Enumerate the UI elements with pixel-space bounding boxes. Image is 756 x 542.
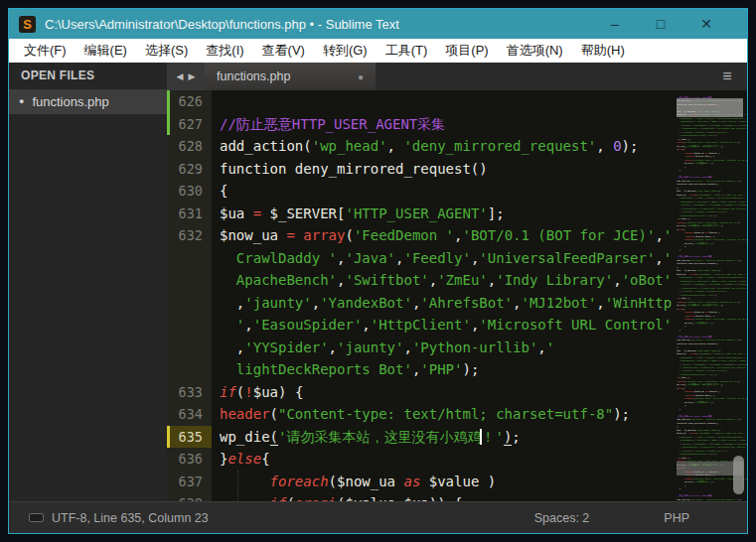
menu-bar: 文件(F)编辑(E)选择(S)查找(I)查看(V)转到(G)工具(T)项目(P)…	[9, 39, 747, 63]
code-line[interactable]: 636}else{	[167, 448, 673, 471]
status-position: UTF-8, Line 635, Column 23	[52, 511, 534, 525]
code-line[interactable]: ','EasouSpider','HttpClient','Microsoft …	[167, 314, 673, 337]
line-number[interactable]	[167, 292, 212, 315]
code-line[interactable]: ,'jaunty','YandexBot','AhrefsBot','MJ12b…	[167, 292, 673, 315]
tab-forward-icon[interactable]: ▶	[189, 71, 196, 81]
code-text[interactable]: header("Content-type: text/html; charset…	[212, 403, 630, 426]
menu-item[interactable]: 编辑(E)	[76, 39, 136, 63]
maximize-button[interactable]: □	[638, 9, 683, 39]
code-line[interactable]: 626	[167, 90, 673, 113]
line-number[interactable]: 630	[167, 180, 212, 203]
line-number[interactable]: 627	[167, 113, 212, 136]
line-number[interactable]: 626	[167, 90, 212, 113]
code-text[interactable]: wp_die('请勿采集本站，这里没有小鸡鸡！');	[212, 426, 521, 449]
code-text[interactable]	[212, 90, 220, 113]
line-number[interactable]	[167, 358, 212, 381]
code-line[interactable]: lightDeckReports Bot','PHP');	[167, 358, 673, 381]
code-line[interactable]: 638 if(eregi($value,$ua)) {	[167, 492, 673, 501]
line-number[interactable]: 636	[167, 448, 212, 471]
code-text[interactable]: }else{	[212, 448, 270, 471]
code-line[interactable]: ,'YYSpider','jaunty','Python-urllib','	[167, 337, 673, 359]
tab-modified-icon: ●	[358, 71, 364, 82]
status-bar: UTF-8, Line 635, Column 23 Spaces: 2 PHP	[9, 501, 747, 533]
menu-item[interactable]: 首选项(N)	[498, 39, 572, 63]
line-number[interactable]: 637	[167, 471, 212, 493]
line-number[interactable]	[167, 314, 212, 337]
code-line[interactable]: 637 foreach($now_ua as $value )	[167, 471, 673, 493]
line-number[interactable]: 635	[167, 426, 212, 449]
line-number[interactable]	[167, 247, 212, 270]
minimap-content: 626627//防止恶意HTTP_USER_AGENT采集628add_acti…	[676, 92, 747, 501]
line-number[interactable]: 631	[167, 203, 212, 225]
tab-bar: ◀ ▶ functions.php ● ≡	[167, 63, 747, 90]
close-button[interactable]: ✕	[683, 9, 729, 39]
code-line[interactable]: 635wp_die('请勿采集本站，这里没有小鸡鸡！');	[167, 426, 673, 449]
minimap-highlight-top	[677, 98, 743, 117]
menu-item[interactable]: 文件(F)	[15, 39, 76, 63]
code-text[interactable]: {	[212, 180, 227, 203]
tab-label: functions.php	[217, 69, 358, 83]
sublime-window: S C:\Users\Administrator\Desktop\functio…	[8, 8, 748, 534]
title-bar[interactable]: S C:\Users\Administrator\Desktop\functio…	[9, 9, 747, 39]
minimize-button[interactable]: –	[592, 9, 638, 39]
line-number[interactable]: 638	[167, 492, 212, 501]
code-lines[interactable]: 626627//防止恶意HTTP_USER_AGENT采集628add_acti…	[676, 332, 747, 411]
code-line[interactable]: 627//防止恶意HTTP_USER_AGENT采集	[167, 113, 673, 136]
code-text[interactable]: ApacheBench','Swiftbot','ZmEu','Indy Lib…	[212, 269, 672, 292]
file-modified-icon: ●	[19, 89, 24, 114]
panel-toggle-icon[interactable]	[29, 513, 44, 522]
code-text[interactable]: $ua = $_SERVER['HTTP_USER_AGENT'];	[212, 203, 505, 225]
code-line[interactable]: 629function deny_mirrored_request()	[167, 158, 673, 181]
minimap-scroll-thumb[interactable]	[733, 456, 744, 494]
sidebar: OPEN FILES ● functions.php	[9, 63, 167, 501]
line-number[interactable]: 634	[167, 403, 212, 426]
open-files-header: OPEN FILES	[9, 63, 167, 89]
menu-item[interactable]: 转到(G)	[314, 39, 377, 63]
code-text[interactable]: if(eregi($value,$ua)) {	[212, 492, 462, 501]
code-text[interactable]: CrawlDaddy ','Java','Feedly','UniversalF…	[212, 247, 672, 270]
code-text[interactable]: if(!$ua) {	[212, 381, 303, 404]
menu-item[interactable]: 帮助(H)	[572, 39, 634, 63]
status-indent[interactable]: Spaces: 2	[534, 511, 590, 525]
code-lines[interactable]: 626627//防止恶意HTTP_USER_AGENT采集628add_acti…	[167, 90, 673, 501]
menu-item[interactable]: 查看(V)	[253, 39, 314, 63]
overflow-menu-icon[interactable]: ≡	[707, 63, 747, 90]
code-text[interactable]: function deny_mirrored_request()	[212, 158, 488, 181]
line-number[interactable]: 628	[167, 135, 212, 158]
code-line[interactable]: 631$ua = $_SERVER['HTTP_USER_AGENT'];	[167, 203, 673, 225]
menu-item[interactable]: 选择(S)	[136, 39, 197, 63]
line-number[interactable]: 632	[167, 224, 212, 247]
code-line[interactable]: 630{	[167, 180, 673, 203]
status-syntax[interactable]: PHP	[664, 511, 689, 525]
code-text[interactable]: add_action('wp_head', 'deny_mirrored_req…	[212, 135, 638, 158]
menu-item[interactable]: 项目(P)	[436, 39, 497, 63]
code-text[interactable]: ,'YYSpider','jaunty','Python-urllib','	[212, 337, 554, 359]
code-lines[interactable]: 626627//防止恶意HTTP_USER_AGENT采集628add_acti…	[676, 172, 747, 251]
sidebar-file-label: functions.php	[32, 89, 108, 114]
sublime-logo-icon: S	[19, 16, 36, 33]
code-line[interactable]: 633if(!$ua) {	[167, 381, 673, 404]
menu-item[interactable]: 工具(T)	[377, 39, 437, 63]
line-number[interactable]	[167, 269, 212, 292]
code-text[interactable]: //防止恶意HTTP_USER_AGENT采集	[212, 113, 445, 136]
code-text[interactable]: lightDeckReports Bot','PHP');	[212, 358, 479, 381]
minimap[interactable]: 626627//防止恶意HTTP_USER_AGENT采集628add_acti…	[673, 90, 747, 501]
code-text[interactable]: ','EasouSpider','HttpClient','Microsoft …	[212, 314, 672, 337]
code-line[interactable]: 628add_action('wp_head', 'deny_mirrored_…	[167, 135, 673, 158]
menu-item[interactable]: 查找(I)	[197, 39, 252, 63]
code-text[interactable]: ,'jaunty','YandexBot','AhrefsBot','MJ12b…	[212, 292, 672, 315]
code-text[interactable]: foreach($now_ua as $value )	[212, 471, 496, 493]
line-number[interactable]: 633	[167, 381, 212, 404]
sidebar-item-functions-php[interactable]: ● functions.php	[9, 89, 167, 114]
window-title: C:\Users\Administrator\Desktop\functions…	[45, 17, 592, 32]
tab-functions-php[interactable]: functions.php ●	[205, 63, 376, 90]
code-line[interactable]: CrawlDaddy ','Java','Feedly','UniversalF…	[167, 247, 673, 270]
line-number[interactable]	[167, 337, 212, 359]
code-line[interactable]: 634header("Content-type: text/html; char…	[167, 403, 673, 426]
code-line[interactable]: 632$now_ua = array('FeedDemon ','BOT/0.1…	[167, 224, 673, 247]
line-number[interactable]: 629	[167, 158, 212, 181]
tab-back-icon[interactable]: ◀	[177, 71, 184, 81]
code-text[interactable]: $now_ua = array('FeedDemon ','BOT/0.1 (B…	[212, 224, 672, 247]
code-line[interactable]: ApacheBench','Swiftbot','ZmEu','Indy Lib…	[167, 269, 673, 292]
code-lines[interactable]: 626627//防止恶意HTTP_USER_AGENT采集628add_acti…	[676, 251, 747, 331]
